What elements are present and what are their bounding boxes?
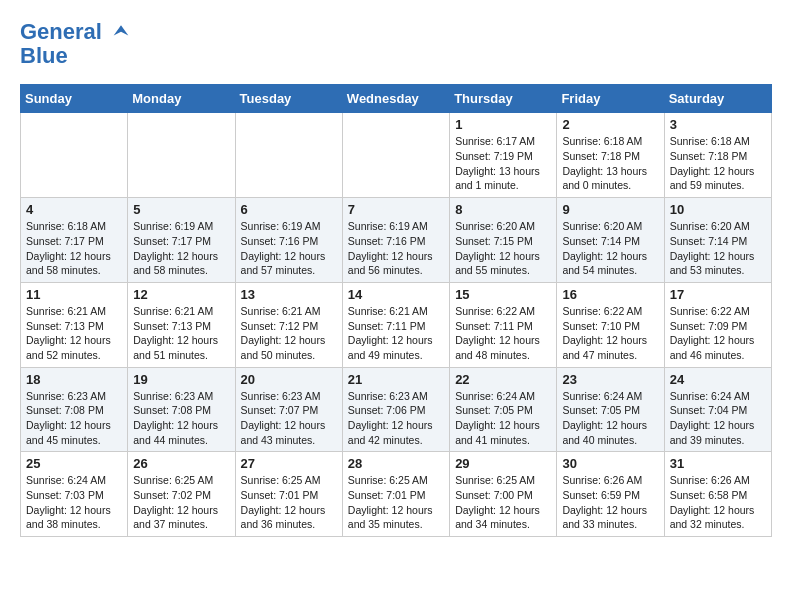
logo-blue: Blue	[20, 44, 132, 68]
calendar-cell: 10Sunrise: 6:20 AMSunset: 7:14 PMDayligh…	[664, 198, 771, 283]
cell-content: Sunrise: 6:20 AMSunset: 7:14 PMDaylight:…	[562, 219, 658, 278]
page-header: General Blue	[20, 20, 772, 68]
calendar-cell: 21Sunrise: 6:23 AMSunset: 7:06 PMDayligh…	[342, 367, 449, 452]
day-number: 16	[562, 287, 658, 302]
day-number: 20	[241, 372, 337, 387]
header-wednesday: Wednesday	[342, 85, 449, 113]
calendar-header-row: SundayMondayTuesdayWednesdayThursdayFrid…	[21, 85, 772, 113]
calendar-cell: 30Sunrise: 6:26 AMSunset: 6:59 PMDayligh…	[557, 452, 664, 537]
calendar-week-row: 11Sunrise: 6:21 AMSunset: 7:13 PMDayligh…	[21, 282, 772, 367]
cell-content: Sunrise: 6:18 AMSunset: 7:18 PMDaylight:…	[562, 134, 658, 193]
cell-content: Sunrise: 6:23 AMSunset: 7:07 PMDaylight:…	[241, 389, 337, 448]
day-number: 2	[562, 117, 658, 132]
calendar-week-row: 25Sunrise: 6:24 AMSunset: 7:03 PMDayligh…	[21, 452, 772, 537]
calendar-cell: 18Sunrise: 6:23 AMSunset: 7:08 PMDayligh…	[21, 367, 128, 452]
cell-content: Sunrise: 6:20 AMSunset: 7:14 PMDaylight:…	[670, 219, 766, 278]
cell-content: Sunrise: 6:24 AMSunset: 7:04 PMDaylight:…	[670, 389, 766, 448]
calendar-cell: 15Sunrise: 6:22 AMSunset: 7:11 PMDayligh…	[450, 282, 557, 367]
calendar-table: SundayMondayTuesdayWednesdayThursdayFrid…	[20, 84, 772, 537]
calendar-cell: 1Sunrise: 6:17 AMSunset: 7:19 PMDaylight…	[450, 113, 557, 198]
cell-content: Sunrise: 6:23 AMSunset: 7:06 PMDaylight:…	[348, 389, 444, 448]
calendar-cell	[21, 113, 128, 198]
day-number: 8	[455, 202, 551, 217]
calendar-week-row: 1Sunrise: 6:17 AMSunset: 7:19 PMDaylight…	[21, 113, 772, 198]
day-number: 31	[670, 456, 766, 471]
cell-content: Sunrise: 6:21 AMSunset: 7:13 PMDaylight:…	[133, 304, 229, 363]
calendar-cell: 20Sunrise: 6:23 AMSunset: 7:07 PMDayligh…	[235, 367, 342, 452]
calendar-cell: 14Sunrise: 6:21 AMSunset: 7:11 PMDayligh…	[342, 282, 449, 367]
header-sunday: Sunday	[21, 85, 128, 113]
header-monday: Monday	[128, 85, 235, 113]
cell-content: Sunrise: 6:25 AMSunset: 7:01 PMDaylight:…	[348, 473, 444, 532]
calendar-cell: 5Sunrise: 6:19 AMSunset: 7:17 PMDaylight…	[128, 198, 235, 283]
header-tuesday: Tuesday	[235, 85, 342, 113]
day-number: 6	[241, 202, 337, 217]
calendar-cell: 3Sunrise: 6:18 AMSunset: 7:18 PMDaylight…	[664, 113, 771, 198]
cell-content: Sunrise: 6:26 AMSunset: 6:58 PMDaylight:…	[670, 473, 766, 532]
calendar-cell: 11Sunrise: 6:21 AMSunset: 7:13 PMDayligh…	[21, 282, 128, 367]
day-number: 22	[455, 372, 551, 387]
calendar-cell: 19Sunrise: 6:23 AMSunset: 7:08 PMDayligh…	[128, 367, 235, 452]
cell-content: Sunrise: 6:22 AMSunset: 7:11 PMDaylight:…	[455, 304, 551, 363]
calendar-cell: 23Sunrise: 6:24 AMSunset: 7:05 PMDayligh…	[557, 367, 664, 452]
calendar-cell: 26Sunrise: 6:25 AMSunset: 7:02 PMDayligh…	[128, 452, 235, 537]
calendar-cell: 22Sunrise: 6:24 AMSunset: 7:05 PMDayligh…	[450, 367, 557, 452]
cell-content: Sunrise: 6:21 AMSunset: 7:12 PMDaylight:…	[241, 304, 337, 363]
day-number: 15	[455, 287, 551, 302]
day-number: 26	[133, 456, 229, 471]
day-number: 9	[562, 202, 658, 217]
header-friday: Friday	[557, 85, 664, 113]
cell-content: Sunrise: 6:19 AMSunset: 7:16 PMDaylight:…	[241, 219, 337, 278]
day-number: 4	[26, 202, 122, 217]
calendar-week-row: 18Sunrise: 6:23 AMSunset: 7:08 PMDayligh…	[21, 367, 772, 452]
day-number: 7	[348, 202, 444, 217]
calendar-cell: 6Sunrise: 6:19 AMSunset: 7:16 PMDaylight…	[235, 198, 342, 283]
calendar-cell	[235, 113, 342, 198]
day-number: 11	[26, 287, 122, 302]
cell-content: Sunrise: 6:18 AMSunset: 7:17 PMDaylight:…	[26, 219, 122, 278]
calendar-cell: 2Sunrise: 6:18 AMSunset: 7:18 PMDaylight…	[557, 113, 664, 198]
day-number: 12	[133, 287, 229, 302]
logo-general: General	[20, 19, 102, 44]
day-number: 28	[348, 456, 444, 471]
cell-content: Sunrise: 6:19 AMSunset: 7:16 PMDaylight:…	[348, 219, 444, 278]
calendar-cell	[342, 113, 449, 198]
cell-content: Sunrise: 6:24 AMSunset: 7:05 PMDaylight:…	[562, 389, 658, 448]
calendar-cell: 4Sunrise: 6:18 AMSunset: 7:17 PMDaylight…	[21, 198, 128, 283]
calendar-cell: 31Sunrise: 6:26 AMSunset: 6:58 PMDayligh…	[664, 452, 771, 537]
day-number: 14	[348, 287, 444, 302]
calendar-cell: 28Sunrise: 6:25 AMSunset: 7:01 PMDayligh…	[342, 452, 449, 537]
svg-marker-0	[114, 25, 129, 35]
cell-content: Sunrise: 6:23 AMSunset: 7:08 PMDaylight:…	[133, 389, 229, 448]
day-number: 30	[562, 456, 658, 471]
day-number: 1	[455, 117, 551, 132]
day-number: 3	[670, 117, 766, 132]
day-number: 25	[26, 456, 122, 471]
day-number: 5	[133, 202, 229, 217]
cell-content: Sunrise: 6:24 AMSunset: 7:03 PMDaylight:…	[26, 473, 122, 532]
day-number: 17	[670, 287, 766, 302]
day-number: 13	[241, 287, 337, 302]
calendar-cell: 7Sunrise: 6:19 AMSunset: 7:16 PMDaylight…	[342, 198, 449, 283]
cell-content: Sunrise: 6:21 AMSunset: 7:11 PMDaylight:…	[348, 304, 444, 363]
cell-content: Sunrise: 6:24 AMSunset: 7:05 PMDaylight:…	[455, 389, 551, 448]
calendar-cell: 16Sunrise: 6:22 AMSunset: 7:10 PMDayligh…	[557, 282, 664, 367]
header-saturday: Saturday	[664, 85, 771, 113]
cell-content: Sunrise: 6:21 AMSunset: 7:13 PMDaylight:…	[26, 304, 122, 363]
cell-content: Sunrise: 6:18 AMSunset: 7:18 PMDaylight:…	[670, 134, 766, 193]
calendar-cell: 12Sunrise: 6:21 AMSunset: 7:13 PMDayligh…	[128, 282, 235, 367]
calendar-week-row: 4Sunrise: 6:18 AMSunset: 7:17 PMDaylight…	[21, 198, 772, 283]
cell-content: Sunrise: 6:23 AMSunset: 7:08 PMDaylight:…	[26, 389, 122, 448]
cell-content: Sunrise: 6:22 AMSunset: 7:10 PMDaylight:…	[562, 304, 658, 363]
cell-content: Sunrise: 6:22 AMSunset: 7:09 PMDaylight:…	[670, 304, 766, 363]
calendar-cell: 25Sunrise: 6:24 AMSunset: 7:03 PMDayligh…	[21, 452, 128, 537]
calendar-cell: 17Sunrise: 6:22 AMSunset: 7:09 PMDayligh…	[664, 282, 771, 367]
day-number: 10	[670, 202, 766, 217]
day-number: 21	[348, 372, 444, 387]
calendar-cell: 8Sunrise: 6:20 AMSunset: 7:15 PMDaylight…	[450, 198, 557, 283]
header-thursday: Thursday	[450, 85, 557, 113]
day-number: 23	[562, 372, 658, 387]
day-number: 29	[455, 456, 551, 471]
cell-content: Sunrise: 6:25 AMSunset: 7:00 PMDaylight:…	[455, 473, 551, 532]
day-number: 18	[26, 372, 122, 387]
